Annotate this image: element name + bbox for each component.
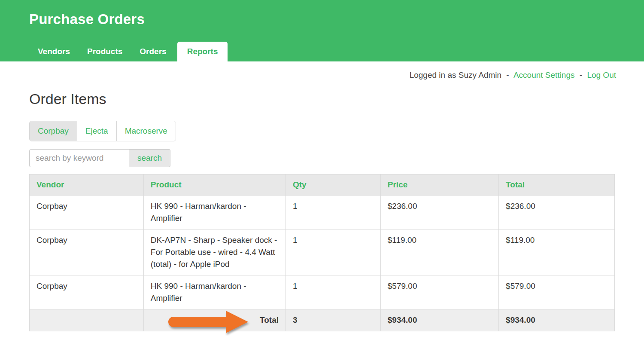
filter-button-ejecta[interactable]: Ejecta — [77, 121, 117, 141]
page-title: Order Items — [29, 91, 616, 107]
filter-button-macroserve[interactable]: Macroserve — [117, 121, 176, 141]
separator-dash: - — [506, 70, 509, 80]
cell-product: DK-AP7N - Sharp - Speaker dock - For Por… — [143, 229, 286, 275]
cell-vendor: Corpbay — [30, 275, 144, 309]
order-items-table: Vendor Product Qty Price Total Corpbay H… — [29, 174, 615, 331]
app-header: Purchase Orders Vendors Products Orders … — [0, 0, 644, 61]
cell-total: $579.00 — [499, 275, 615, 309]
user-bar: Logged in as Suzy Admin - Account Settin… — [29, 70, 616, 80]
table-row: Corpbay HK 990 - Harman/kardon - Amplifi… — [30, 196, 615, 229]
column-header-product: Product — [143, 174, 286, 196]
footer-qty-total: 3 — [286, 309, 380, 331]
cell-qty: 1 — [286, 196, 380, 229]
account-settings-link[interactable]: Account Settings — [513, 70, 575, 80]
table-row: Corpbay HK 990 - Harman/kardon - Amplifi… — [30, 275, 615, 309]
tab-vendors[interactable]: Vendors — [29, 42, 79, 61]
cell-qty: 1 — [286, 275, 380, 309]
cell-price: $236.00 — [380, 196, 498, 229]
table-header-row: Vendor Product Qty Price Total — [30, 174, 615, 196]
cell-product: HK 990 - Harman/kardon - Amplifier — [143, 196, 286, 229]
cell-product: HK 990 - Harman/kardon - Amplifier — [143, 275, 286, 309]
cell-qty: 1 — [286, 229, 380, 275]
log-out-link[interactable]: Log Out — [587, 70, 616, 80]
cell-total: $236.00 — [499, 196, 615, 229]
main-content: Logged in as Suzy Admin - Account Settin… — [0, 70, 644, 331]
app-title: Purchase Orders — [0, 0, 644, 28]
search-input[interactable] — [29, 149, 129, 167]
order-items-table-wrap: Vendor Product Qty Price Total Corpbay H… — [29, 174, 616, 331]
cell-price: $119.00 — [380, 229, 498, 275]
table-footer-row: Total 3 $934.00 $934.00 — [30, 309, 615, 331]
filter-button-corpbay[interactable]: Corpbay — [30, 121, 77, 141]
tab-orders[interactable]: Orders — [131, 42, 175, 61]
table-row: Corpbay DK-AP7N - Sharp - Speaker dock -… — [30, 229, 615, 275]
cell-vendor: Corpbay — [30, 196, 144, 229]
footer-total-label: Total — [143, 309, 286, 331]
separator-dash: - — [580, 70, 582, 80]
tab-reports[interactable]: Reports — [177, 42, 228, 61]
cell-vendor: Corpbay — [30, 229, 144, 275]
cell-price: $579.00 — [380, 275, 498, 309]
footer-empty-cell — [30, 309, 144, 331]
column-header-price: Price — [380, 174, 498, 196]
search-row: search — [29, 149, 616, 167]
footer-price-total: $934.00 — [380, 309, 498, 331]
cell-total: $119.00 — [499, 229, 615, 275]
column-header-qty: Qty — [286, 174, 380, 196]
search-button[interactable]: search — [129, 149, 170, 167]
column-header-total: Total — [499, 174, 615, 196]
logged-in-text: Logged in as Suzy Admin — [410, 70, 501, 80]
column-header-vendor: Vendor — [30, 174, 144, 196]
tab-bar: Vendors Products Orders Reports — [29, 42, 228, 61]
tab-products[interactable]: Products — [79, 42, 131, 61]
footer-grand-total: $934.00 — [499, 309, 615, 331]
vendor-filter-group: Corpbay Ejecta Macroserve — [29, 121, 176, 141]
